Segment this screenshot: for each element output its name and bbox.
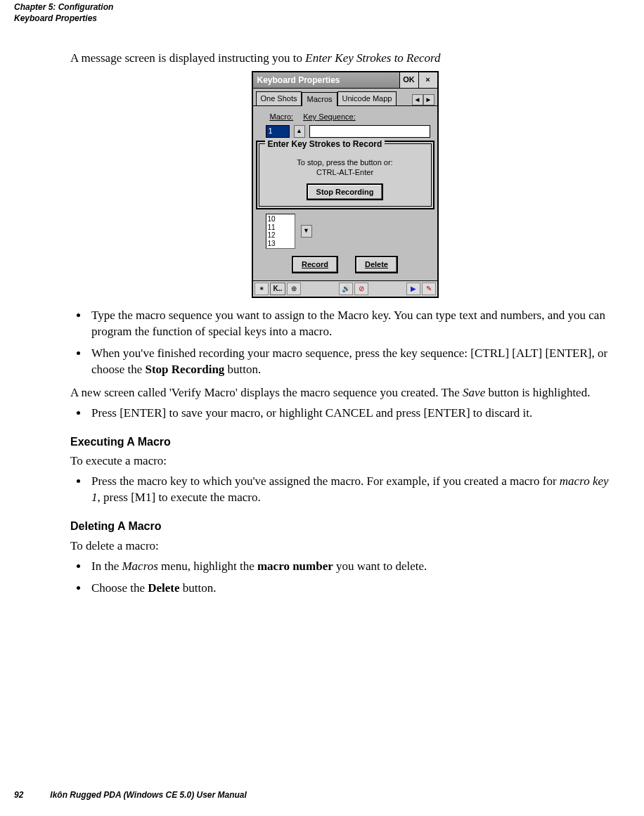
volume-icon[interactable]: 🔊 [339,283,353,295]
running-header: Chapter 5: Configuration Keyboard Proper… [14,0,619,24]
page-number: 92 [14,789,23,801]
instruction-list-3: Press the macro key to which you've assi… [70,474,619,506]
tab-scroll-left[interactable]: ◄ [412,94,423,105]
list-item: Type the macro sequence you want to assi… [89,308,619,340]
list-spin-down[interactable]: ▼ [301,225,312,238]
label-macro: Macro: [270,112,294,122]
list-item: Press [ENTER] to save your macro, or hig… [89,406,619,422]
list-item: Press the macro key to which you've assi… [89,474,619,506]
close-button[interactable]: × [418,72,437,88]
exec-intro: To execute a macro: [70,453,619,469]
list-item: In the Macros menu, highlight the macro … [89,559,619,575]
record-dialog: Enter Key Strokes to Record To stop, pre… [256,141,434,209]
pen-icon[interactable]: ✎ [422,283,436,295]
intro-paragraph: A message screen is displayed instructin… [70,51,619,67]
macro-spin-up[interactable]: ▲ [294,125,305,138]
header-chapter: Chapter 5: Configuration [14,1,619,13]
keyboard-properties-window: Keyboard Properties OK × One Shots Macro… [252,71,439,298]
macro-listbox[interactable]: 10 11 12 13 [266,214,295,249]
macro-panel: Macro: Key Sequence: 1 ▲ Enter Key Strok… [253,105,437,280]
taskbar-app[interactable]: K.. [270,283,286,295]
tab-macros[interactable]: Macros [302,92,337,106]
page-footer: 92 Ikôn Rugged PDA (Windows CE 5.0) User… [14,789,247,801]
instruction-list-4: In the Macros menu, highlight the macro … [70,559,619,597]
tab-bar: One Shots Macros Unicode Mapp ◄ ► [253,89,437,105]
header-section: Keyboard Properties [14,13,619,24]
verify-macro-paragraph: A new screen called 'Verify Macro' displ… [70,385,619,401]
play-icon[interactable]: ▶ [406,283,420,295]
record-button[interactable]: Record [292,256,338,273]
window-titlebar: Keyboard Properties OK × [253,72,437,89]
tab-one-shots[interactable]: One Shots [256,91,302,105]
tab-scroll-right[interactable]: ► [423,94,434,105]
network-icon[interactable]: ⊕ [287,283,301,295]
dialog-title: Enter Key Strokes to Record [265,138,385,150]
tab-unicode[interactable]: Unicode Mapp [337,91,397,105]
dialog-message: To stop, press the button or: CTRL-ALT-E… [264,158,427,178]
taskbar: ✶ K.. ⊕ 🔊 ⊘ ▶ ✎ [253,280,437,297]
tab-scroll: ◄ ► [412,94,434,105]
manual-title: Ikôn Rugged PDA (Windows CE 5.0) User Ma… [50,789,246,801]
screenshot: Keyboard Properties OK × One Shots Macro… [252,71,439,298]
window-title: Keyboard Properties [253,72,399,88]
heading-deleting-macro: Deleting A Macro [70,519,619,534]
heading-executing-macro: Executing A Macro [70,434,619,450]
stop-recording-button[interactable]: Stop Recording [307,183,384,201]
alert-icon[interactable]: ⊘ [354,283,368,295]
instruction-list-1: Type the macro sequence you want to assi… [70,308,619,378]
ok-button[interactable]: OK [399,72,418,88]
label-key-sequence: Key Sequence: [303,112,356,122]
macro-number-field[interactable]: 1 [266,125,290,138]
instruction-list-2: Press [ENTER] to save your macro, or hig… [70,406,619,422]
key-sequence-field[interactable] [309,125,430,138]
delete-button[interactable]: Delete [355,256,398,273]
del-intro: To delete a macro: [70,538,619,555]
start-icon[interactable]: ✶ [255,283,269,295]
list-item: When you've finished recording your macr… [89,346,619,378]
list-item: Choose the Delete button. [89,581,619,597]
